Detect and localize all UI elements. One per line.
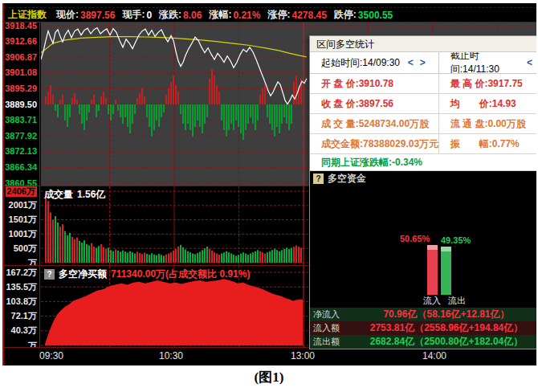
axis-label: 40.3万 (11, 325, 37, 336)
info-field-value: 3500.55 (358, 10, 393, 21)
funds-bar-label: 流出 (448, 295, 466, 307)
netbuy-axis: 167.2万135.5万103.8万72.1万40.3万万 (4, 266, 40, 347)
figure-caption: (图1) (0, 368, 538, 386)
info-field-label: 现价: (56, 8, 79, 22)
stat-value: 最 高 价:3917.75 (450, 77, 523, 91)
funds-title: 多空资金 (328, 172, 366, 186)
time-range-row: 起始时间:14/09:30 <> 截止时间:14/11:30 <> (310, 52, 536, 74)
stat-row: 收 盘 价:3897.56均 价:14.93 (310, 94, 536, 114)
stat-value: 开 盘 价:3910.78 (321, 77, 393, 91)
stat-cell: 成 交 量:5248734.00万股 (310, 114, 439, 133)
stat-row: 成交金额:78388029.03万元振 幅:0.77% (310, 134, 536, 154)
funds-row-value: 2682.84亿（2500.80亿+182.04亿） (357, 335, 536, 349)
price-axis: 3918.453912.663906.873901.083895.293889.… (4, 22, 40, 186)
stat-cell: 开 盘 价:3910.78 (310, 74, 439, 93)
volume-axis: 2406万2001万1501万1001万500万万 (4, 186, 40, 265)
index-name[interactable]: 上证指数 (8, 8, 47, 22)
funds-row-label: 净流入 (310, 308, 357, 321)
axis-label: 3866.34 (5, 162, 37, 173)
end-time-arrows: <> (524, 57, 536, 68)
funds-rows: 净流入70.96亿（58.16亿+12.81亿）流入额2753.81亿（2558… (310, 308, 536, 349)
axis-label: 167.2万 (6, 267, 37, 278)
end-time-label: 截止时间:14/11:30 (450, 52, 524, 73)
netbuy-header: ? 多空净买额 711340.00万(占成交额比 0.91%) (44, 267, 250, 281)
stat-cell: 最 高 价:3917.75 (439, 74, 536, 93)
funds-row-value: 70.96亿（58.16亿+12.81亿） (357, 308, 536, 321)
funds-row: 净流入70.96亿（58.16亿+12.81亿） (310, 308, 536, 321)
netbuy-label: 多空净买额 (59, 267, 107, 281)
next-arrow[interactable]: > (420, 57, 426, 68)
stat-value: 成 交 量:5248734.00万股 (321, 117, 429, 131)
funds-bar-pct: 50.65% (400, 234, 430, 243)
stat-cell: 流 通 盘:0.00万股 (439, 114, 536, 133)
stat-value: 均 价:14.93 (450, 97, 516, 111)
time-axis-label: 09:30 (39, 350, 63, 361)
volume-header: 成交量 1.56亿 (44, 188, 105, 202)
prev-arrow[interactable]: < (408, 57, 414, 68)
info-field-value: 3897.56 (80, 10, 115, 21)
info-field-value: 8.06 (183, 10, 202, 21)
axis-label: 3883.71 (5, 115, 37, 125)
axis-label: 3901.08 (5, 67, 37, 78)
axis-label: 3906.87 (5, 52, 37, 63)
axis-label: 3895.29 (5, 84, 37, 94)
info-bar-fields: 现价:3897.56现手:0涨跌:8.06涨幅:0.21%涨停:4278.45跌… (56, 8, 400, 22)
axis-label: 135.5万 (6, 282, 37, 292)
dialog-title[interactable]: 区间多空统计 (310, 36, 536, 52)
end-time-control[interactable]: 截止时间:14/11:30 <> (439, 52, 536, 73)
start-time-control[interactable]: 起始时间:14/09:30 <> (310, 52, 439, 73)
start-time-arrows: <> (405, 57, 429, 68)
page: 上证指数 现价:3897.56现手:0涨跌:8.06涨幅:0.21%涨停:427… (0, 0, 538, 392)
axis-label: 3889.50 (5, 100, 37, 110)
funds-row: 流入额2753.81亿（2558.96亿+194.84亿） (310, 321, 536, 335)
funds-row-label: 流入额 (310, 322, 357, 334)
axis-label: 3877.92 (5, 131, 37, 141)
funds-bar-label: 流入 (423, 295, 441, 307)
funds-header: ? 多空资金 (310, 171, 536, 186)
stat-cell: 成交金额:78388029.03万元 (310, 134, 439, 153)
stat-rows: 开 盘 价:3910.78最 高 价:3917.75收 盘 价:3897.56均… (310, 74, 536, 154)
period-change-value: 同期上证涨跌幅:-0.34% (321, 156, 422, 169)
axis-label: 3912.66 (5, 36, 37, 47)
funds-row-value: 2753.81亿（2558.96亿+194.84亿） (357, 321, 536, 335)
funds-row-label: 流出额 (310, 336, 357, 348)
start-time-label: 起始时间:14/09:30 (321, 56, 400, 70)
info-field-value: 4278.45 (291, 10, 326, 21)
time-axis-label: 14:00 (422, 350, 446, 361)
axis-label: 1501万 (9, 214, 37, 225)
stat-value: 成交金额:78388029.03万元 (321, 137, 438, 151)
funds-row: 流出额2682.84亿（2500.80亿+182.04亿） (310, 335, 536, 349)
axis-label: 500万 (14, 243, 37, 254)
stat-value: 流 通 盘:0.00万股 (450, 117, 526, 131)
funds-chart: 50.65%49.35%流入流出 (310, 186, 536, 308)
help-icon[interactable]: ? (313, 174, 324, 184)
stat-row: 开 盘 价:3910.78最 高 价:3917.75 (310, 74, 536, 94)
info-field-value: 0 (146, 10, 152, 21)
info-field-label: 现手: (122, 8, 145, 22)
axis-label: 2001万 (9, 200, 37, 210)
stat-value: 收 盘 价:3897.56 (321, 97, 393, 111)
funds-section: ? 多空资金 50.65%49.35%流入流出 净流入70.96亿（58.16亿… (310, 171, 536, 349)
stat-row: 成 交 量:5248734.00万股流 通 盘:0.00万股 (310, 114, 536, 134)
bar-cap (441, 247, 451, 251)
period-change-row: 同期上证涨跌幅:-0.34% (310, 154, 536, 171)
prev-arrow[interactable]: < (527, 57, 532, 68)
stat-value: 振 幅:0.77% (450, 137, 520, 151)
info-field-label: 跌停: (334, 8, 357, 22)
stat-cell: 均 价:14.93 (439, 94, 536, 113)
funds-bar-pct: 49.35% (441, 235, 471, 245)
volume-value: 1.56亿 (77, 188, 105, 202)
stat-cell: 收 盘 价:3897.56 (310, 94, 439, 113)
stat-cell: 振 幅:0.77% (439, 134, 536, 153)
help-icon[interactable]: ? (44, 269, 55, 280)
trading-app-window: 上证指数 现价:3897.56现手:0涨跌:8.06涨幅:0.21%涨停:427… (2, 3, 536, 365)
axis-label: 2406万 (6, 186, 37, 197)
axis-label: 3872.13 (5, 146, 37, 157)
bar-cap (427, 245, 438, 250)
time-axis: 09:3010:3013:0014:00 (4, 347, 536, 365)
axis-label: 3918.45 (5, 21, 37, 31)
axis-label: 1001万 (9, 229, 37, 239)
info-field-value: 0.21% (233, 10, 260, 21)
info-field-label: 涨停: (267, 8, 290, 22)
volume-label: 成交量 (44, 188, 73, 202)
